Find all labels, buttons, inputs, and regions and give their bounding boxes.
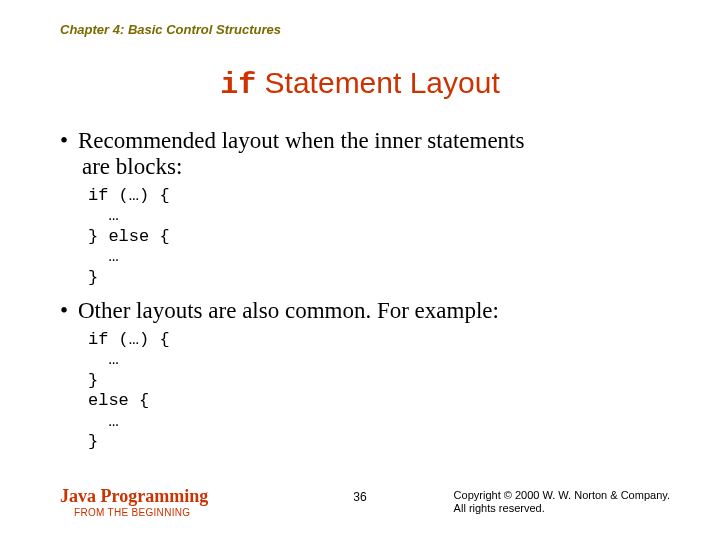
bullet-1-line2: are blocks: [60, 154, 680, 180]
footer-brand-subtitle: FROM THE BEGINNING [74, 507, 208, 518]
slide-title: if Statement Layout [0, 66, 720, 102]
title-code: if [220, 68, 256, 102]
slide-content: •Recommended layout when the inner state… [60, 128, 680, 462]
copyright-line-2: All rights reserved. [454, 502, 670, 516]
bullet-dot: • [60, 298, 78, 324]
code-block-1: if (…) { … } else { … } [88, 186, 680, 288]
bullet-1: •Recommended layout when the inner state… [60, 128, 680, 180]
bullet-2-text: Other layouts are also common. For examp… [78, 298, 499, 323]
bullet-dot: • [60, 128, 78, 154]
copyright-line-1: Copyright © 2000 W. W. Norton & Company. [454, 489, 670, 503]
footer-copyright: Copyright © 2000 W. W. Norton & Company.… [454, 489, 670, 517]
code-block-2: if (…) { … } else { … } [88, 330, 680, 452]
title-rest: Statement Layout [256, 66, 500, 99]
bullet-2: •Other layouts are also common. For exam… [60, 298, 680, 324]
chapter-header: Chapter 4: Basic Control Structures [60, 22, 281, 37]
bullet-1-line1: Recommended layout when the inner statem… [78, 128, 524, 153]
